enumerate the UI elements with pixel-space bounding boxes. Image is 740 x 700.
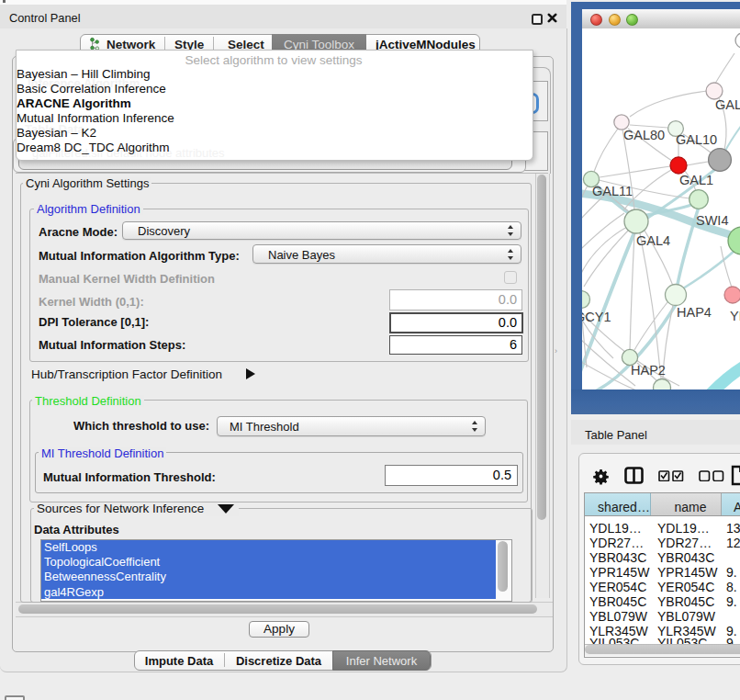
svg-text:GAL2: GAL2 (715, 97, 740, 112)
svg-text:HAP4: HAP4 (677, 305, 712, 320)
svg-text:GAL1: GAL1 (679, 173, 713, 187)
svg-text:SWI4: SWI4 (696, 213, 728, 228)
svg-text:YM: YM (730, 309, 740, 323)
svg-text:GCY1: GCY1 (582, 310, 611, 324)
svg-text:GAL10: GAL10 (676, 132, 717, 147)
svg-text:HAP2: HAP2 (631, 363, 666, 378)
svg-text:GAL80: GAL80 (623, 128, 665, 142)
svg-text:GAL4: GAL4 (636, 233, 670, 248)
svg-text:GAL11: GAL11 (592, 184, 633, 198)
